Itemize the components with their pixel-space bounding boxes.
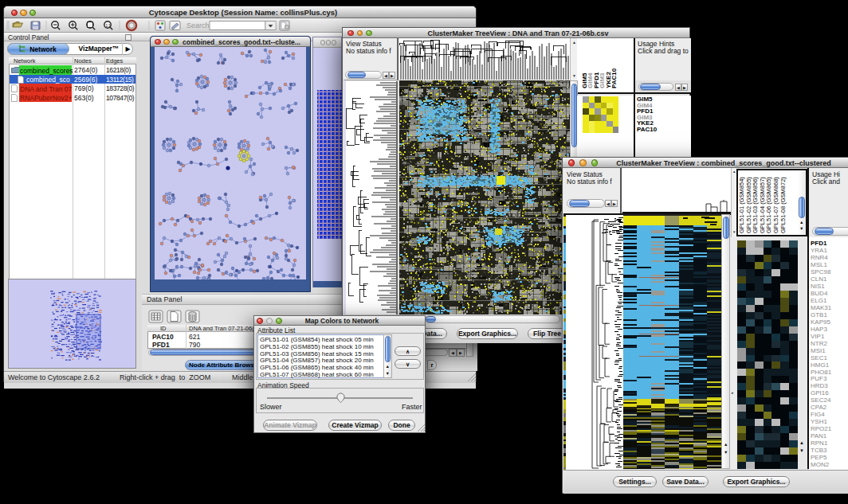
svg-text:Search:: Search: (186, 21, 211, 29)
svg-text:1:1: 1:1 (106, 24, 112, 28)
